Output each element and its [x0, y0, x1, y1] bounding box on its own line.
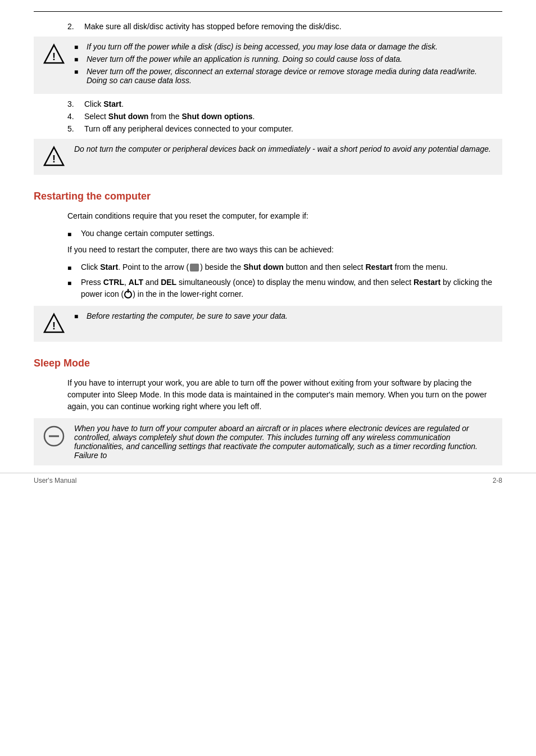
restarting-bullet-3: ■ Press CTRL, ALT and DEL simultaneously…: [67, 277, 502, 300]
bullet-square-3: ■: [67, 278, 75, 288]
bullet-square-1: ■: [67, 229, 75, 239]
info-icon-1: [42, 424, 66, 449]
warning-1-list: If you turn off the power while a disk (…: [74, 42, 494, 88]
restarting-bullet-3-text: Press CTRL, ALT and DEL simultaneously (…: [81, 277, 502, 300]
step-3-content: Click Start.: [84, 99, 502, 108]
restarting-body2: If you need to restart the computer, the…: [34, 244, 502, 256]
in-the-text: in the: [159, 289, 178, 298]
warning-box-4: When you have to turn off your computer …: [34, 418, 502, 465]
steps-list: 2. Make sure all disk/disc activity has …: [34, 22, 502, 31]
warning-1-item-3: Never turn off the power, disconnect an …: [74, 67, 494, 85]
bullet-square-2: ■: [67, 263, 75, 273]
warning-box-2: ! Do not turn the computer or peripheral…: [34, 139, 502, 175]
top-rule: [34, 11, 502, 12]
step-2-num: 2.: [67, 22, 84, 31]
step-3-num: 3.: [67, 99, 84, 108]
step-5: 5. Turn off any peripheral devices conne…: [34, 124, 502, 133]
restarting-bullet-1-text: You change certain computer settings.: [81, 228, 502, 239]
warning-1-item-2: Never turn off the power while an applic…: [74, 55, 494, 64]
warning-box-1: ! If you turn off the power while a disk…: [34, 37, 502, 94]
step-4: 4. Select Shut down from the Shut down o…: [34, 112, 502, 121]
sleep-warning-text: When you have to turn off your computer …: [74, 424, 494, 460]
step-5-num: 5.: [67, 124, 84, 133]
restarting-intro: Certain conditions require that you rese…: [34, 210, 502, 222]
power-icon-inline: [124, 291, 132, 298]
sleep-body1: If you have to interrupt your work, you …: [34, 377, 502, 413]
step-5-content: Turn off any peripheral devices connecte…: [84, 124, 502, 133]
page: 2. Make sure all disk/disc activity has …: [0, 0, 536, 494]
footer: User's Manual 2-8: [0, 473, 536, 485]
svg-text:!: !: [52, 153, 56, 165]
footer-right: 2-8: [493, 477, 502, 485]
warning-1-item-1: If you turn off the power while a disk (…: [74, 42, 494, 51]
warning-3-list: Before restarting the computer, be sure …: [74, 311, 288, 324]
steps-3-5: 3. Click Start. 4. Select Shut down from…: [34, 99, 502, 133]
warning-icon-1: !: [42, 42, 66, 67]
restarting-heading: Restarting the computer: [34, 191, 502, 202]
footer-left: User's Manual: [34, 477, 76, 485]
arrow-icon: [190, 264, 199, 271]
svg-text:!: !: [52, 320, 56, 332]
restarting-bullet-1: ■ You change certain computer settings.: [67, 228, 502, 239]
warning-icon-2: !: [42, 144, 66, 169]
svg-text:!: !: [52, 51, 56, 62]
restarting-bullets-1: ■ You change certain computer settings.: [34, 228, 502, 239]
restarting-bullets-2: ■ Click Start. Point to the arrow () bes…: [34, 261, 502, 300]
warning-3-item-1: Before restarting the computer, be sure …: [74, 311, 288, 320]
warning-box-3: ! Before restarting the computer, be sur…: [34, 306, 502, 342]
warning-2-text: Do not turn the computer or peripheral d…: [74, 144, 491, 153]
sleep-mode-heading: Sleep Mode: [34, 357, 502, 369]
step-4-content: Select Shut down from the Shut down opti…: [84, 112, 502, 121]
step-4-num: 4.: [67, 112, 84, 121]
step-2-text: Make sure all disk/disc activity has sto…: [84, 22, 502, 31]
restarting-bullet-2: ■ Click Start. Point to the arrow () bes…: [67, 261, 502, 273]
step-3: 3. Click Start.: [34, 99, 502, 108]
step-2: 2. Make sure all disk/disc activity has …: [34, 22, 502, 31]
restarting-bullet-2-text: Click Start. Point to the arrow () besid…: [81, 261, 502, 273]
warning-icon-3: !: [42, 311, 66, 336]
